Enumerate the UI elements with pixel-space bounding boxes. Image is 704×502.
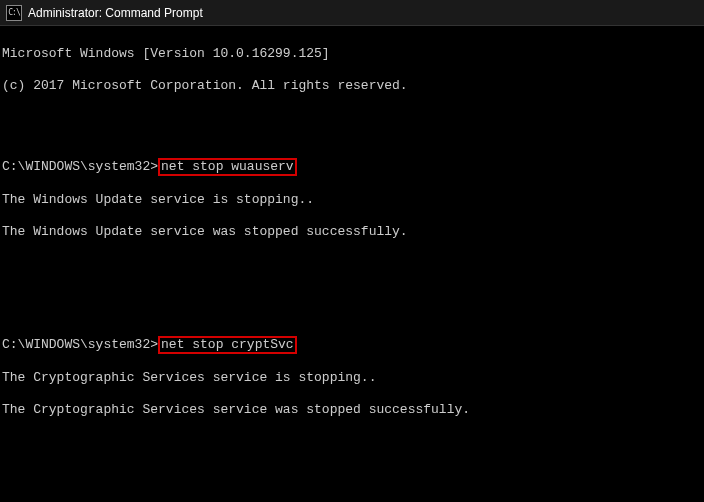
cmd-line: C:\WINDOWS\system32>net stop cryptSvc [2, 336, 702, 354]
copyright-line: (c) 2017 Microsoft Corporation. All righ… [2, 78, 702, 94]
blank-line [2, 256, 702, 272]
blank-line [2, 288, 702, 304]
output-line: The Windows Update service was stopped s… [2, 224, 702, 240]
version-line: Microsoft Windows [Version 10.0.16299.12… [2, 46, 702, 62]
output-line: The Cryptographic Services service is st… [2, 370, 702, 386]
cmd-icon: C:\ [6, 5, 22, 21]
cmd-line: C:\WINDOWS\system32>net stop wuauserv [2, 158, 702, 176]
terminal-output[interactable]: Microsoft Windows [Version 10.0.16299.12… [0, 26, 704, 502]
highlighted-command: net stop cryptSvc [158, 336, 297, 354]
window-titlebar: C:\ Administrator: Command Prompt [0, 0, 704, 26]
prompt: C:\WINDOWS\system32> [2, 337, 158, 352]
highlighted-command: net stop wuauserv [158, 158, 297, 176]
output-line: The Cryptographic Services service was s… [2, 402, 702, 418]
window-title: Administrator: Command Prompt [28, 6, 203, 20]
blank-line [2, 434, 702, 450]
prompt: C:\WINDOWS\system32> [2, 159, 158, 174]
blank-line [2, 466, 702, 482]
output-line: The Windows Update service is stopping.. [2, 192, 702, 208]
blank-line [2, 110, 702, 126]
